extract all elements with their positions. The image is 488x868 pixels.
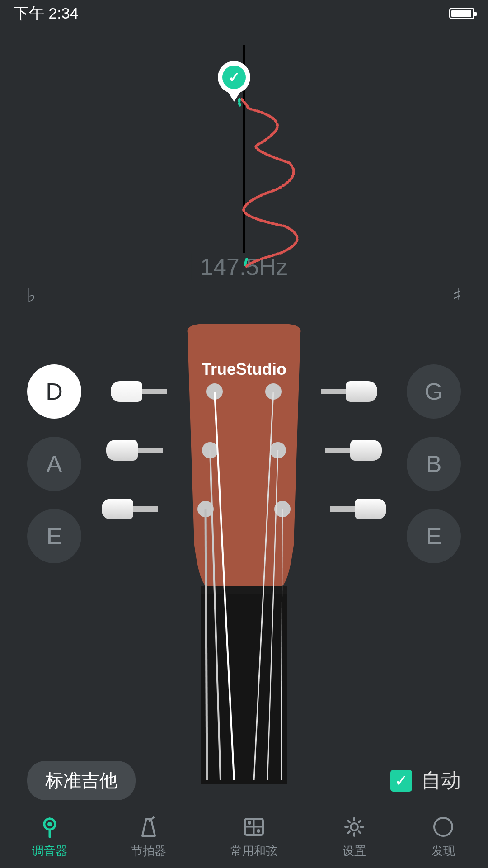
svg-line-7 [210, 450, 221, 780]
svg-line-9 [254, 392, 273, 780]
check-icon: ✓ [222, 66, 246, 89]
metronome-icon [136, 814, 161, 840]
svg-point-17 [257, 829, 260, 833]
svg-point-18 [351, 823, 358, 830]
svg-line-11 [281, 509, 282, 780]
svg-line-8 [215, 392, 234, 780]
svg-point-12 [47, 822, 52, 826]
nav-tuner[interactable]: 调音器 [32, 814, 67, 859]
tuner-display: ✓ 147.5Hz [0, 27, 488, 280]
guitar-headstock-area: TrueStudio D A E G B E [0, 319, 488, 780]
sharp-symbol: ♯ [452, 285, 461, 306]
tuning-indicator-pin: ✓ [218, 61, 250, 94]
chords-icon [241, 814, 267, 840]
nav-settings[interactable]: 设置 [342, 814, 367, 859]
status-time: 下午 2:34 [14, 3, 79, 24]
nav-metronome[interactable]: 节拍器 [131, 814, 166, 859]
nav-label: 设置 [343, 843, 366, 859]
nav-label: 节拍器 [131, 843, 166, 859]
tuner-icon [37, 814, 62, 840]
nav-chords[interactable]: 常用和弦 [230, 814, 277, 859]
nav-label: 调音器 [32, 843, 67, 859]
flat-symbol: ♭ [27, 285, 36, 306]
svg-point-16 [248, 821, 251, 825]
nav-label: 常用和弦 [230, 843, 277, 859]
gear-icon [342, 814, 367, 840]
svg-line-6 [206, 509, 207, 780]
pitch-wave-trail [158, 97, 330, 269]
bottom-nav: 调音器 节拍器 常用和弦 设置 发现 [0, 805, 488, 868]
svg-point-19 [434, 818, 452, 836]
svg-line-10 [267, 450, 278, 780]
flat-sharp-indicators: ♭ ♯ [0, 280, 488, 319]
nav-label: 发现 [432, 843, 455, 859]
battery-icon [449, 8, 474, 19]
guitar-strings [0, 319, 488, 780]
status-bar: 下午 2:34 [0, 0, 488, 27]
nav-discover[interactable]: 发现 [431, 814, 456, 859]
compass-icon [431, 814, 456, 840]
